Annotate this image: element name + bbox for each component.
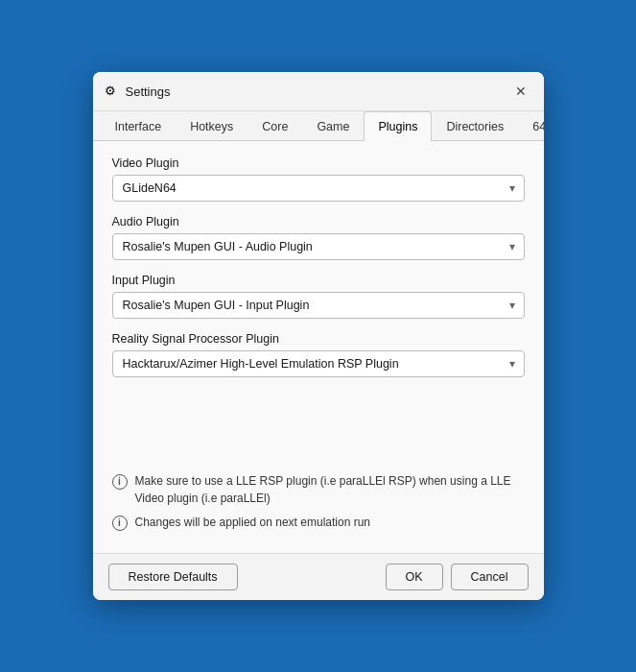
rsp-plugin-select-wrapper: Hacktarux/Azimer High-Level Emulation RS… — [112, 350, 525, 377]
info-icon-2: i — [112, 516, 128, 531]
video-plugin-select[interactable]: GLideN64 — [112, 175, 525, 202]
settings-icon: ⚙ — [105, 84, 120, 99]
rsp-plugin-section: Reality Signal Processor Plugin Hacktaru… — [112, 332, 525, 377]
cancel-button[interactable]: Cancel — [451, 564, 529, 590]
info-icon-1: i — [112, 474, 128, 490]
title-bar: ⚙ Settings ✕ — [93, 72, 544, 111]
note-2-text: Changes will be applied on next emulatio… — [135, 515, 371, 531]
notes-section: i Make sure to use a LLE RSP plugin (i.e… — [93, 464, 544, 552]
tab-directories[interactable]: Directories — [432, 111, 518, 141]
tab-hotkeys[interactable]: Hotkeys — [176, 111, 247, 141]
tab-64dd[interactable]: 64DD — [518, 111, 543, 141]
footer-actions: OK Cancel — [386, 564, 529, 590]
settings-dialog: ⚙ Settings ✕ Interface Hotkeys Core Game… — [93, 72, 544, 599]
video-plugin-section: Video Plugin GLideN64 — [112, 156, 525, 202]
tab-bar: Interface Hotkeys Core Game Plugins Dire… — [93, 111, 544, 141]
tab-plugins[interactable]: Plugins — [364, 111, 432, 141]
dialog-footer: Restore Defaults OK Cancel — [93, 553, 544, 600]
tab-core[interactable]: Core — [247, 111, 302, 141]
video-plugin-select-wrapper: GLideN64 — [112, 175, 525, 202]
audio-plugin-label: Audio Plugin — [112, 215, 525, 228]
dialog-title: Settings — [126, 84, 171, 99]
tab-interface[interactable]: Interface — [101, 111, 177, 141]
input-plugin-section: Input Plugin Rosalie's Mupen GUI - Input… — [112, 274, 525, 319]
rsp-plugin-select[interactable]: Hacktarux/Azimer High-Level Emulation RS… — [112, 350, 525, 377]
ok-button[interactable]: OK — [386, 564, 443, 590]
dialog-body: Video Plugin GLideN64 Audio Plugin Rosal… — [93, 141, 544, 464]
restore-defaults-button[interactable]: Restore Defaults — [108, 564, 238, 590]
input-plugin-select[interactable]: Rosalie's Mupen GUI - Input Plugin — [112, 292, 525, 319]
note-1-text: Make sure to use a LLE RSP plugin (i.e p… — [135, 473, 525, 507]
rsp-plugin-label: Reality Signal Processor Plugin — [112, 332, 525, 346]
audio-plugin-select-wrapper: Rosalie's Mupen GUI - Audio Plugin — [112, 233, 525, 260]
note-1: i Make sure to use a LLE RSP plugin (i.e… — [112, 473, 525, 507]
audio-plugin-select[interactable]: Rosalie's Mupen GUI - Audio Plugin — [112, 233, 525, 260]
body-spacer — [112, 391, 525, 448]
note-2: i Changes will be applied on next emulat… — [112, 515, 525, 531]
input-plugin-select-wrapper: Rosalie's Mupen GUI - Input Plugin — [112, 292, 525, 319]
input-plugin-label: Input Plugin — [112, 274, 525, 287]
tab-game[interactable]: Game — [302, 111, 364, 141]
audio-plugin-section: Audio Plugin Rosalie's Mupen GUI - Audio… — [112, 215, 525, 260]
close-button[interactable]: ✕ — [509, 80, 532, 103]
video-plugin-label: Video Plugin — [112, 156, 525, 170]
title-bar-left: ⚙ Settings — [105, 84, 171, 99]
